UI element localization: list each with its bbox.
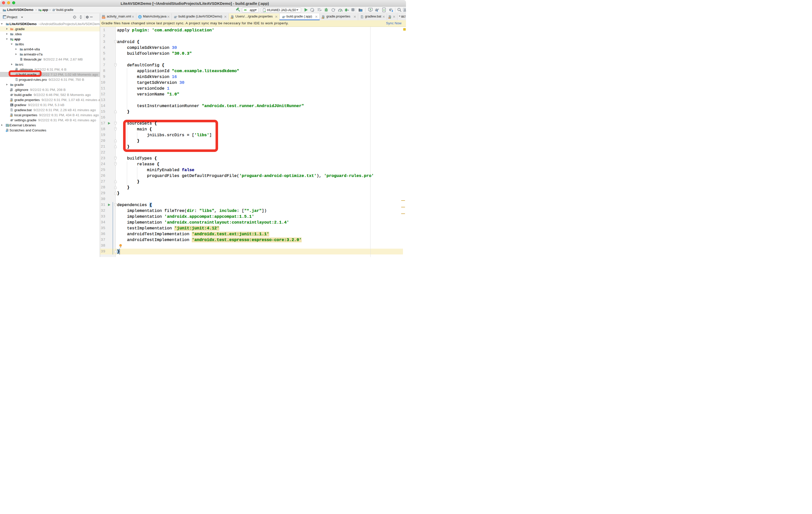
svg-text:<>: <> xyxy=(102,17,105,19)
svg-text:A: A xyxy=(312,10,314,12)
svg-text:C: C xyxy=(139,16,141,18)
